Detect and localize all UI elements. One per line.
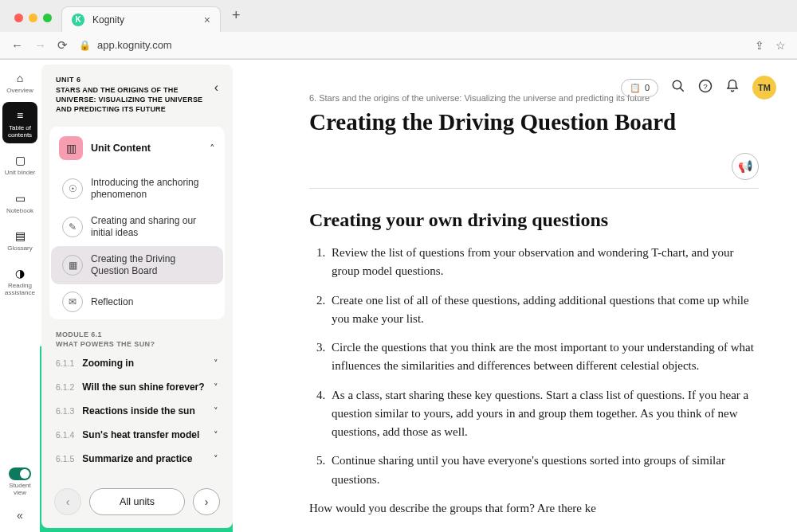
toc-item-ideas[interactable]: ✎ Creating and sharing our initial ideas <box>51 208 223 246</box>
rail-glossary[interactable]: ▤ Glossary <box>2 222 37 256</box>
toc-header: UNIT 6 STARS AND THE ORIGINS OF THE UNIV… <box>41 65 233 122</box>
rail-binder[interactable]: ▢ Unit binder <box>2 147 37 181</box>
module-index: 6.1.1 <box>56 358 74 368</box>
browser-chrome: K Kognity × + ← → ⟳ 🔒 app.kognity.com ⇪ … <box>0 0 797 60</box>
window-minimize[interactable] <box>29 14 37 22</box>
module-row[interactable]: 6.1.5 Summarize and practice ˅ <box>41 447 233 471</box>
feedback-button[interactable]: 📢 <box>732 153 759 180</box>
list-icon: ≡ <box>13 108 27 123</box>
rail-notebook[interactable]: ▭ Notebook <box>2 185 37 219</box>
rail-label: Table of contents <box>2 125 37 139</box>
browser-tab[interactable]: K Kognity × <box>61 6 221 32</box>
nav-reload-icon[interactable]: ⟳ <box>57 38 68 53</box>
svg-text:?: ? <box>703 81 708 90</box>
module-row[interactable]: 6.1.2 Will the sun shine forever? ˅ <box>41 375 233 399</box>
favicon-icon: K <box>72 14 84 26</box>
rail-overview[interactable]: ⌂ Overview <box>2 65 37 99</box>
share-icon[interactable]: ⇪ <box>755 39 764 52</box>
toc-footer: ‹ All units › <box>41 477 233 528</box>
rail-reading-assist[interactable]: ◑ Reading assistance <box>2 260 37 301</box>
url-text: app.kognity.com <box>97 39 172 51</box>
left-rail: ⌂ Overview ≡ Table of contents ▢ Unit bi… <box>0 60 40 532</box>
module-row-title: Summarize and practice <box>82 453 206 464</box>
lightbulb-icon: ☉ <box>62 178 83 199</box>
toc-back-button[interactable]: ‹ <box>214 76 218 95</box>
toc-section: ▥ Unit Content ˄ ☉ Introducing the ancho… <box>49 127 225 319</box>
toc-item-dqb[interactable]: ▦ Creating the Driving Question Board <box>51 246 223 284</box>
rail-collapse-button[interactable]: « <box>12 504 28 526</box>
module-index: 6.1.4 <box>56 430 74 440</box>
unit-title: STARS AND THE ORIGINS OF THE UNIVERSE: V… <box>56 85 208 114</box>
feedback-row: 📢 <box>309 153 759 180</box>
headphones-icon: ◑ <box>13 266 27 280</box>
tab-close-icon[interactable]: × <box>204 14 210 26</box>
lock-icon: 🔒 <box>79 40 91 51</box>
home-icon: ⌂ <box>13 71 27 85</box>
toc-item-reflection[interactable]: ✉ Reflection <box>51 284 223 319</box>
step-item: Continue sharing until you have everyone… <box>328 452 759 489</box>
board-icon: ▦ <box>62 255 83 276</box>
module-row-title: Will the sun shine forever? <box>82 381 206 393</box>
toc-panel: UNIT 6 STARS AND THE ORIGINS OF THE UNIV… <box>41 65 233 528</box>
module-index: 6.1.2 <box>56 382 74 392</box>
student-view-toggle[interactable]: Student view <box>3 467 37 501</box>
chevron-down-icon: ˅ <box>214 454 218 464</box>
toc-item-intro[interactable]: ☉ Introducing the anchoring phenomenon <box>51 170 223 208</box>
tab-add-button[interactable]: + <box>224 2 249 32</box>
avatar-initials: TM <box>758 83 771 92</box>
rail-label: Glossary <box>7 245 33 252</box>
assignments-button[interactable]: 📋 0 <box>621 79 658 97</box>
search-icon[interactable] <box>671 79 685 97</box>
section-title: Unit Content <box>91 143 202 154</box>
module-row[interactable]: 6.1.1 Zooming in ˅ <box>41 351 233 375</box>
traffic-lights <box>8 14 58 32</box>
book-icon: ▥ <box>59 136 83 160</box>
chevron-down-icon: ˅ <box>214 358 218 369</box>
toc-item-label: Creating and sharing our initial ideas <box>91 215 214 239</box>
module-index: 6.1.5 <box>56 454 74 464</box>
nav-back-icon[interactable]: ← <box>11 38 23 52</box>
all-units-button[interactable]: All units <box>89 488 185 515</box>
chevron-down-icon: ˅ <box>214 382 218 393</box>
module-row[interactable]: 6.1.4 Sun's heat transfer model ˅ <box>41 423 233 447</box>
window-maximize[interactable] <box>43 14 52 22</box>
step-item: Circle the questions that you think are … <box>328 338 759 376</box>
toc-item-label: Reflection <box>91 296 133 308</box>
module-number: MODULE 6.1 <box>56 331 218 338</box>
toggle-icon <box>9 467 31 480</box>
address-field[interactable]: 🔒 app.kognity.com <box>79 39 744 51</box>
page-title: Creating the Driving Question Board <box>309 109 759 135</box>
help-icon[interactable]: ? <box>698 79 713 97</box>
step-item: Create one list of all of these question… <box>328 291 759 329</box>
toc-item-label: Creating the Driving Question Board <box>91 253 214 277</box>
chevron-up-icon: ˄ <box>210 143 215 155</box>
main-content: 📋 0 ? TM 6. Stars and the origins of the… <box>233 60 797 532</box>
section-header[interactable]: ▥ Unit Content ˄ <box>49 127 225 170</box>
rail-label: Notebook <box>6 208 33 214</box>
module-index: 6.1.3 <box>56 406 74 416</box>
chevron-down-icon: ˅ <box>214 430 218 440</box>
prev-unit-button[interactable]: ‹ <box>54 488 81 515</box>
module-row[interactable]: 6.1.3 Reactions inside the sun ˅ <box>41 399 233 423</box>
chat-icon: ✎ <box>62 217 83 237</box>
avatar[interactable]: TM <box>752 76 776 100</box>
window-close[interactable] <box>14 14 23 22</box>
tab-bar: K Kognity × + <box>0 0 797 32</box>
rail-label: Reading assistance <box>2 283 37 296</box>
rail-label: Overview <box>6 88 33 94</box>
step-item: Review the list of questions from your o… <box>328 244 759 281</box>
bookmark-icon[interactable]: ☆ <box>775 39 786 52</box>
step-item: As a class, start sharing these key ques… <box>328 386 759 442</box>
next-unit-button[interactable]: › <box>193 488 220 515</box>
module-row-title: Sun's heat transfer model <box>82 429 206 440</box>
book-icon: ▤ <box>13 229 27 243</box>
topbar: 📋 0 ? TM <box>621 76 776 100</box>
steps-list: Review the list of questions from your o… <box>328 244 759 489</box>
notifications-icon[interactable] <box>725 79 740 97</box>
folder-icon: ▢ <box>13 153 27 167</box>
all-units-label: All units <box>120 496 155 507</box>
paragraph: How would you describe the groups that f… <box>309 499 759 518</box>
speech-icon: ✉ <box>62 291 83 312</box>
rail-toc[interactable]: ≡ Table of contents <box>2 102 37 143</box>
divider <box>309 188 759 189</box>
